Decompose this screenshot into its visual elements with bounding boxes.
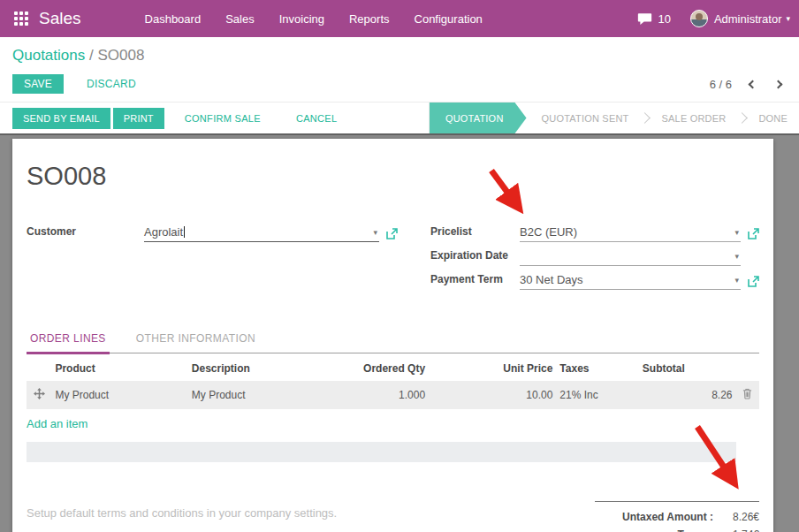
terms-placeholder: Setup default terms and conditions in yo…: [27, 501, 364, 532]
expiration-date-field-row: Expiration Date ▾: [430, 247, 759, 266]
breadcrumb-separator: /: [89, 47, 94, 64]
navbar-right: 10 Administrator ▾: [637, 10, 790, 27]
chevron-down-icon: ▾: [786, 14, 790, 23]
untaxed-amount-row: Untaxed Amount : 8.26€: [595, 508, 759, 526]
external-link-icon[interactable]: [748, 228, 759, 239]
page-background: SO008 Customer Agrolait ▾: [0, 135, 799, 532]
print-button[interactable]: PRINT: [113, 108, 164, 129]
col-unit-price: Unit Price: [429, 354, 556, 381]
chevron-down-icon[interactable]: ▾: [729, 276, 739, 285]
pricelist-select[interactable]: B2C (EUR) ▾: [520, 224, 741, 242]
save-button[interactable]: SAVE: [12, 74, 64, 94]
cancel-button[interactable]: CANCEL: [291, 112, 342, 125]
payment-term-select[interactable]: 30 Net Days ▾: [520, 271, 741, 290]
status-step-quotation[interactable]: QUOTATION: [430, 103, 527, 133]
cell-product[interactable]: My Product: [51, 381, 187, 409]
cell-taxes[interactable]: 21% Inc: [556, 381, 638, 409]
taxes-value: 1.74€: [713, 528, 759, 532]
status-step-sale-order[interactable]: SALE ORDER: [650, 103, 737, 133]
taxes-row: Taxes : 1.74€: [595, 526, 759, 532]
form-sheet: SO008 Customer Agrolait ▾: [12, 139, 773, 532]
col-product: Product: [51, 354, 187, 381]
avatar[interactable]: [690, 10, 708, 27]
text-cursor: [184, 226, 185, 238]
external-link-icon[interactable]: [386, 228, 398, 239]
statusbar: QUOTATION QUOTATION SENT SALE ORDER DONE: [429, 103, 799, 133]
payment-term-label: Payment Term: [430, 273, 520, 290]
app-brand[interactable]: Sales: [39, 9, 81, 28]
discard-button[interactable]: DISCARD: [81, 77, 141, 91]
customer-field-row: Customer Agrolait ▾: [27, 223, 398, 242]
delete-row-button[interactable]: [736, 381, 759, 409]
sales-app-window: Sales Dashboard Sales Invoicing Reports …: [0, 0, 799, 532]
cell-description[interactable]: My Product: [188, 381, 323, 409]
table-row[interactable]: My Product My Product 1.000 10.00 21% In…: [27, 381, 759, 409]
status-step-done[interactable]: DONE: [747, 103, 799, 133]
breadcrumb-quotations[interactable]: Quotations: [12, 47, 85, 64]
col-description: Description: [188, 354, 323, 381]
menu-invoicing[interactable]: Invoicing: [267, 0, 337, 37]
drag-handle-icon[interactable]: [27, 381, 51, 409]
chevron-right-icon: [737, 112, 749, 124]
user-menu[interactable]: Administrator: [714, 12, 782, 26]
bottom-zone: Setup default terms and conditions in yo…: [27, 501, 759, 532]
messages-count: 10: [658, 12, 670, 26]
tab-order-lines[interactable]: ORDER LINES: [27, 324, 110, 354]
send-by-email-button[interactable]: SEND BY EMAIL: [12, 108, 110, 129]
chevron-down-icon[interactable]: ▾: [729, 228, 739, 237]
pager-previous-icon[interactable]: [749, 80, 757, 88]
cell-unit-price[interactable]: 10.00: [429, 381, 556, 409]
add-an-item-link[interactable]: Add an item: [27, 417, 88, 430]
expiration-date-label: Expiration Date: [430, 249, 520, 266]
trash-icon: [742, 388, 752, 399]
form-fields: Customer Agrolait ▾: [27, 223, 759, 294]
pricelist-label: Pricelist: [430, 225, 520, 242]
messages-button[interactable]: 10: [637, 12, 670, 26]
breadcrumb: Quotations / SO008: [12, 47, 787, 65]
customer-input[interactable]: Agrolait ▾: [144, 224, 379, 242]
untaxed-amount-value: 8.26€: [713, 511, 759, 523]
top-navbar: Sales Dashboard Sales Invoicing Reports …: [0, 0, 799, 37]
menu-configuration[interactable]: Configuration: [402, 0, 495, 37]
order-lines-table: Product Description Ordered Qty Unit Pri…: [27, 354, 759, 409]
totals-block: Untaxed Amount : 8.26€ Taxes : 1.74€ Tot…: [595, 501, 759, 532]
chat-icon: [637, 12, 652, 26]
main-menu: Dashboard Sales Invoicing Reports Config…: [133, 0, 495, 37]
pricelist-field-row: Pricelist B2C (EUR) ▾: [430, 223, 759, 242]
untaxed-amount-label: Untaxed Amount :: [622, 511, 713, 523]
record-actions: SAVE DISCARD 6 / 6: [12, 74, 787, 94]
pager-next-icon[interactable]: [774, 80, 783, 88]
external-link-icon[interactable]: [748, 276, 759, 287]
cell-ordered-qty[interactable]: 1.000: [323, 381, 429, 409]
col-taxes: Taxes: [556, 354, 638, 381]
confirm-sale-button[interactable]: CONFIRM SALE: [179, 112, 266, 125]
apps-grid-icon[interactable]: [14, 11, 28, 26]
menu-dashboard[interactable]: Dashboard: [133, 0, 214, 37]
expiration-date-input[interactable]: ▾: [520, 248, 741, 266]
breadcrumb-current: SO008: [97, 47, 144, 64]
control-panel: SEND BY EMAIL PRINT CONFIRM SALE CANCEL …: [0, 102, 799, 135]
status-step-quotation-sent[interactable]: QUOTATION SENT: [530, 103, 641, 133]
menu-sales[interactable]: Sales: [213, 0, 267, 37]
record-pager: 6 / 6: [710, 78, 787, 91]
chevron-right-icon: [640, 112, 651, 124]
pager-count[interactable]: 6 / 6: [710, 78, 732, 91]
chevron-down-icon[interactable]: ▾: [729, 252, 739, 261]
tab-other-information[interactable]: OTHER INFORMATION: [133, 324, 259, 353]
terms-textarea[interactable]: Setup default terms and conditions in yo…: [27, 501, 364, 532]
document-title: SO008: [27, 162, 759, 191]
section-placeholder-bar: [27, 442, 736, 462]
table-header-row: Product Description Ordered Qty Unit Pri…: [27, 354, 759, 381]
customer-label: Customer: [27, 225, 144, 242]
taxes-label: Taxes :: [678, 528, 713, 532]
col-ordered-qty: Ordered Qty: [323, 354, 429, 381]
menu-reports[interactable]: Reports: [337, 0, 402, 37]
cell-subtotal: 8.26: [639, 381, 736, 409]
payment-term-field-row: Payment Term 30 Net Days ▾: [430, 270, 759, 290]
header-panel: Quotations / SO008 SAVE DISCARD 6 / 6: [0, 37, 799, 102]
col-subtotal: Subtotal: [639, 354, 736, 381]
notebook-tabs: ORDER LINES OTHER INFORMATION: [27, 324, 759, 353]
chevron-down-icon[interactable]: ▾: [368, 228, 377, 237]
